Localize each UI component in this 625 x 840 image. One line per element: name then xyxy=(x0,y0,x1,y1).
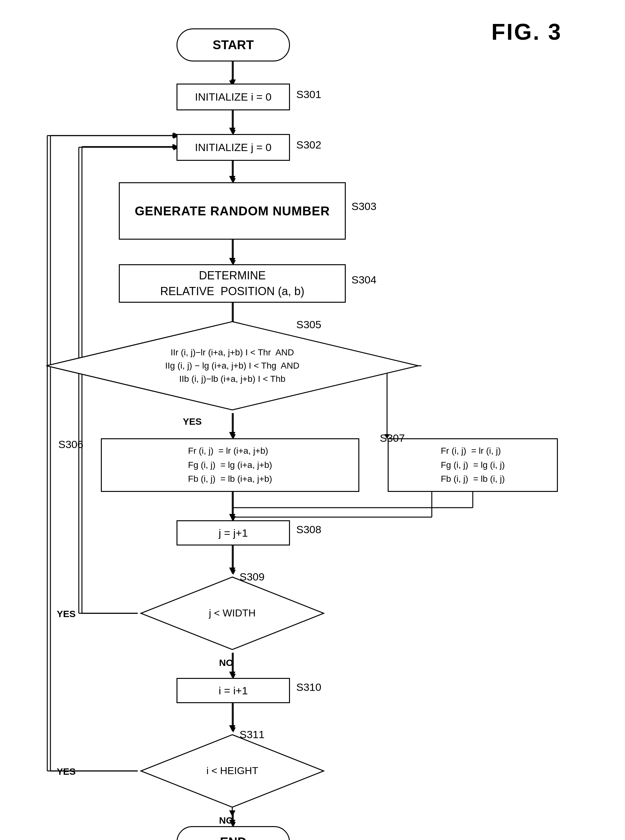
svg-marker-22 xyxy=(229,672,235,678)
figure-title: FIG. 3 xyxy=(491,19,562,45)
flowchart-arrows xyxy=(0,0,625,840)
start-terminal: START xyxy=(177,28,290,61)
s308-process: j = j+1 xyxy=(177,520,290,546)
end-terminal: END xyxy=(177,826,290,840)
s309-diamond: j < WIDTH xyxy=(138,574,327,653)
s311-no-label: NO xyxy=(219,815,233,826)
s306-id: S306 xyxy=(58,438,83,451)
s310-label: i = i+1 xyxy=(219,684,248,697)
s301-id: S301 xyxy=(296,88,321,101)
s303-process: GENERATE RANDOM NUMBER xyxy=(119,182,346,240)
s306-content: Fr (i, j) = lr (i+a, j+b) Fg (i, j) = lg… xyxy=(188,444,272,486)
s305-diamond: IIr (i, j)−lr (i+a, j+b) I < Thr AND IIg… xyxy=(43,319,421,413)
s310-id: S310 xyxy=(296,681,321,693)
s304-id: S304 xyxy=(351,274,376,286)
s308-label: j = j+1 xyxy=(219,527,248,539)
s308-id: S308 xyxy=(296,523,321,536)
s311-yes-label: YES xyxy=(57,766,76,777)
s301-label: INITIALIZE i = 0 xyxy=(195,91,272,103)
s310-process: i = i+1 xyxy=(177,678,290,703)
svg-marker-20 xyxy=(229,568,235,574)
s311-diamond: i < HEIGHT xyxy=(138,731,327,810)
s309-condition: j < WIDTH xyxy=(209,607,256,620)
s307-id: S307 xyxy=(380,432,405,444)
svg-marker-28 xyxy=(229,725,235,731)
s301-process: INITIALIZE i = 0 xyxy=(177,84,290,110)
s303-label: GENERATE RANDOM NUMBER xyxy=(135,204,330,218)
page: FIG. 3 xyxy=(0,0,625,840)
s307-process: Fr (i, j) = lr (i, j) Fg (i, j) = lg (i,… xyxy=(388,438,558,492)
svg-marker-5 xyxy=(229,176,235,182)
svg-marker-3 xyxy=(229,128,235,134)
svg-marker-15 xyxy=(229,514,235,520)
s304-process: DETERMINERELATIVE POSITION (a, b) xyxy=(119,264,346,303)
all-arrows-svg xyxy=(0,0,625,840)
s309-no-label: NO xyxy=(219,658,233,668)
s302-process: INITIALIZE j = 0 xyxy=(177,134,290,161)
s305-condition: IIr (i, j)−lr (i+a, j+b) I < Thr AND IIg… xyxy=(90,346,374,386)
svg-marker-11 xyxy=(229,432,235,438)
s305-yes-label: YES xyxy=(183,416,202,427)
s302-id: S302 xyxy=(296,139,321,151)
start-label: START xyxy=(213,38,254,52)
s306-process: Fr (i, j) = lr (i+a, j+b) Fg (i, j) = lg… xyxy=(101,438,359,492)
end-label: END xyxy=(220,835,246,840)
s309-yes-label: YES xyxy=(57,608,76,619)
s303-id: S303 xyxy=(351,200,376,213)
s304-label: DETERMINERELATIVE POSITION (a, b) xyxy=(160,268,304,300)
s307-content: Fr (i, j) = lr (i, j) Fg (i, j) = lg (i,… xyxy=(441,444,505,486)
s302-label: INITIALIZE j = 0 xyxy=(195,141,272,154)
svg-marker-7 xyxy=(229,258,235,264)
s311-condition: i < HEIGHT xyxy=(207,764,258,778)
